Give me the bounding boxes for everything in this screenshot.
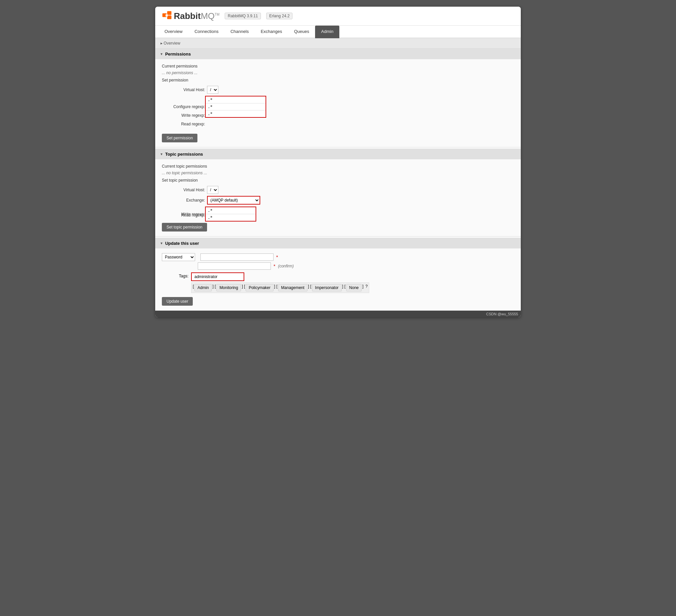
watermark: CSDN @wu_55555 [155, 311, 521, 317]
content-area: ▸ Overview ▼ Permissions Current permiss… [155, 38, 521, 311]
rabbitmq-logo-icon [162, 11, 172, 21]
topic-permissions-section: ▼ Topic permissions Current topic permis… [155, 149, 521, 237]
tags-content: administrator [ Admin ] [ Monitoring ] [… [191, 272, 369, 293]
topic-permissions-body: Current topic permissions ... no topic p… [155, 159, 521, 236]
question-mark: ? [365, 284, 368, 291]
set-permission-label: Set permission [162, 78, 514, 83]
nav-overview[interactable]: Overview [159, 25, 188, 38]
update-user-triangle: ▼ [160, 242, 163, 245]
exchange-select[interactable]: (AMQP default) [207, 196, 260, 205]
virtual-host-row: Virtual Host: / [162, 86, 514, 94]
update-user-section: ▼ Update this user Password * * (confirm… [155, 238, 521, 311]
tag-admin[interactable]: Admin [194, 284, 212, 291]
svg-rect-1 [167, 11, 171, 15]
password-dropdown[interactable]: Password [162, 253, 195, 261]
bracket-open-1: [ [193, 284, 194, 291]
permissions-section: ▼ Permissions Current permissions ... no… [155, 49, 521, 147]
header: RabbitMQTM RabbitMQ 3.9.11 Erlang 24.2 [155, 7, 521, 25]
topic-permissions-section-header[interactable]: ▼ Topic permissions [155, 149, 521, 159]
topic-permissions-title: Topic permissions [165, 152, 203, 157]
confirm-row: * (confirm) [198, 262, 514, 270]
exchange-row: Exchange: (AMQP default) [162, 196, 514, 205]
nav-connections[interactable]: Connections [188, 25, 224, 38]
collapse-triangle: ▼ [160, 52, 163, 56]
logo: RabbitMQTM [162, 11, 219, 21]
set-topic-permission-button[interactable]: Set topic permission [162, 223, 207, 232]
logo-tm: TM [215, 13, 219, 16]
topic-collapse-triangle: ▼ [160, 152, 163, 156]
current-topic-permissions-label: Current topic permissions [162, 164, 514, 169]
tag-policymaker[interactable]: Policymaker [245, 284, 273, 291]
nav-channels[interactable]: Channels [224, 25, 255, 38]
topic-virtual-host-row: Virtual Host: / [162, 186, 514, 194]
read-regexp-label-p: Read regexp: [162, 122, 205, 126]
bracket-close-3: ] [ [274, 284, 278, 291]
overview-collapsed-bar[interactable]: ▸ Overview [155, 38, 521, 49]
permissions-section-header[interactable]: ▼ Permissions [155, 49, 521, 59]
logo-text: RabbitMQTM [174, 11, 219, 21]
password-input[interactable] [201, 253, 274, 261]
permissions-title: Permissions [165, 52, 191, 57]
bracket-close-2: ] [ [242, 284, 245, 291]
confirm-required-star: * [274, 263, 275, 269]
update-user-title: Update this user [165, 241, 199, 246]
tag-none[interactable]: None [346, 284, 362, 291]
exchange-label: Exchange: [162, 198, 205, 203]
no-permissions-text: ... no permissions ... [162, 70, 514, 75]
overview-label: ▸ Overview [161, 41, 180, 46]
regexp-label-rows: Write regexp: Read regexp: [162, 102, 514, 129]
bracket-close-1: ] [ [212, 284, 216, 291]
current-permissions-label: Current permissions [162, 64, 514, 68]
bracket-close-5: ] [ [342, 284, 346, 291]
svg-rect-3 [166, 14, 168, 16]
password-required-star: * [276, 254, 278, 260]
no-topic-permissions-text: ... no topic permissions ... [162, 171, 514, 175]
main-window: RabbitMQTM RabbitMQ 3.9.11 Erlang 24.2 O… [155, 7, 521, 317]
write-regexp-label-p: Write regexp: [162, 113, 205, 118]
permissions-body: Current permissions ... no permissions .… [155, 59, 521, 147]
confirm-text: (confirm) [278, 264, 293, 268]
password-row: Password * [162, 253, 514, 261]
version-badge: RabbitMQ 3.9.11 [225, 13, 261, 19]
nav-queues[interactable]: Queues [288, 25, 316, 38]
update-user-button[interactable]: Update user [162, 297, 193, 306]
nav-exchanges[interactable]: Exchanges [255, 25, 288, 38]
bracket-close-4: ] [ [308, 284, 312, 291]
nav-bar: Overview Connections Channels Exchanges … [155, 25, 521, 38]
bracket-close-6: ] [362, 284, 363, 291]
tags-row: Tags: administrator [ Admin ] [ Monitori… [162, 272, 514, 293]
topic-regexp-rows: Write regexp: .* .* Read regexp: [162, 207, 514, 217]
update-user-section-header[interactable]: ▼ Update this user [155, 238, 521, 249]
topic-virtual-host-label: Virtual Host: [162, 188, 205, 192]
tag-impersonator[interactable]: Impersonator [312, 284, 342, 291]
tag-buttons-container: [ Admin ] [ Monitoring ] [ Policymaker ]… [191, 283, 369, 293]
tags-label: Tags: [162, 272, 188, 278]
nav-admin[interactable]: Admin [315, 25, 339, 38]
virtual-host-label: Virtual Host: [162, 88, 205, 92]
topic-read-regexp-label: Read regexp: [162, 213, 205, 217]
tags-input[interactable]: administrator [191, 272, 244, 281]
svg-rect-2 [167, 15, 171, 19]
virtual-host-select[interactable]: / [207, 86, 218, 94]
set-topic-permission-label: Set topic permission [162, 178, 514, 183]
erlang-badge: Erlang 24.2 [266, 13, 292, 19]
update-user-body: Password * * (confirm) Tags: administrat… [155, 249, 521, 310]
tag-management[interactable]: Management [278, 284, 307, 291]
set-permission-button[interactable]: Set permission [162, 134, 198, 142]
confirm-password-input[interactable] [198, 262, 271, 270]
topic-virtual-host-select[interactable]: / [207, 186, 218, 194]
tag-monitoring[interactable]: Monitoring [216, 284, 241, 291]
